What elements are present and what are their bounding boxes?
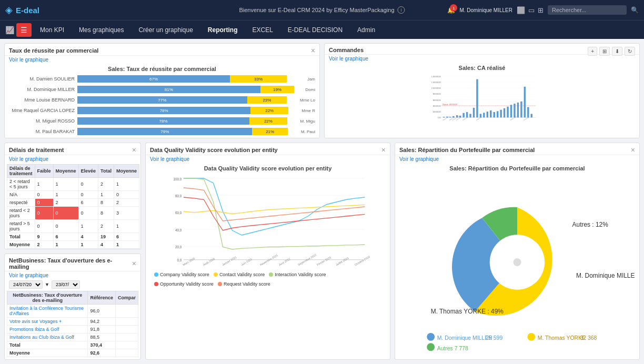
delais-table-container: Délais de traitement Faible Moyenne Elev… [5,163,140,249]
link-rep[interactable]: Voir le graphique [395,155,639,163]
svg-rect-41 [520,102,522,118]
window-icon[interactable]: ⬜ [517,6,525,14]
legend-request: Request Validity score [218,281,270,287]
panel-title-dq: Data Quality Validity score evolution pe… [150,147,278,153]
logo-icon: ◈ [5,4,13,16]
svg-text:Février 2023: Février 2023 [316,256,331,266]
col-header-total: Total [98,165,114,178]
svg-text:20,0: 20,0 [175,245,182,249]
svg-point-80 [427,333,435,341]
nav-item-reporting[interactable]: Reporting [202,23,244,37]
panel-header-taux: Taux de réussite par commercial × [5,44,319,56]
notification-count: 1 [450,4,457,12]
nav-item-admin[interactable]: Admin [351,23,381,37]
svg-rect-24 [462,113,464,118]
label-request: Request Validity score [224,281,270,287]
nav-item-creer[interactable]: Créer un graphique [132,23,199,37]
dot-company [154,272,158,277]
nav-item-kpi[interactable]: Mon KPI [34,23,71,37]
close-dq-button[interactable]: × [381,146,386,154]
topbar: ◈ E-deal Bienvenue sur E-Deal CRM 2024 b… [0,0,644,20]
svg-text:1 000 000,00: 1 000 000,00 [431,87,441,89]
panel-taux-reussite: Taux de réussite par commercial × Voir l… [4,43,320,138]
dq-legend: Company Validity score Contact Validity … [150,270,386,289]
label-company: Company Validity score [160,272,209,277]
link-net[interactable]: Voir le graphique [5,271,140,279]
panel-title-rep: Sales: Répartition du Portefeuille par c… [399,147,535,153]
svg-rect-44 [531,114,532,117]
notification-bell[interactable]: 🔔 1 [447,6,455,14]
add-button[interactable]: + [588,47,597,56]
table-row-total: Total 370,4 [7,341,138,349]
col-email-label: NetBusiness: Taux d'ouverture des e-mail… [7,291,88,304]
link-delais[interactable]: Voir le graphique [5,155,140,163]
bar-rows: M. Damien SOULIER 67% 33% Jam M. Dominiq… [9,74,315,138]
svg-text:Octobre 2024: Octobre 2024 [354,255,370,266]
bar-row: M. Damien SOULIER 67% 33% Jam [9,74,315,84]
svg-text:200 000,00: 200 000,00 [433,111,441,113]
svg-text:M. Dominique MILLER : 38%: M. Dominique MILLER : 38% [576,272,635,279]
search-input[interactable] [548,5,627,15]
col-header-moy: Moyenne [114,165,139,178]
svg-text:600 000,00: 600 000,00 [433,99,441,102]
nav-item-edeal[interactable]: E-DEAL DECISION [281,23,349,37]
svg-point-86 [427,343,435,351]
label-contact: Contact Validity score [219,272,265,277]
close-taux-button[interactable]: × [311,47,315,54]
bar-row: M. Pierrick RIVET 79% 21% M. Pier [9,137,315,138]
svg-text:Autres : 12%: Autres : 12% [572,221,609,228]
svg-text:400 000,00: 400 000,00 [433,105,441,107]
close-rep-button[interactable]: × [631,146,635,154]
top-icons: ⬜ ▭ ⊞ [517,6,544,14]
link-dq[interactable]: Voir le graphique [146,155,390,163]
panel-header-delais: Délais de traitement × [5,143,140,155]
svg-text:80,0: 80,0 [175,194,182,198]
search-icon[interactable]: 🔍 [631,6,639,14]
link-commandes[interactable]: Voir le graphique [325,55,639,63]
monitor-icon[interactable]: ▭ [528,6,535,14]
panel-commandes: + ⊞ ⬇ ↻ Commandes Voir le graphique Sale… [324,43,640,138]
col-header-label: Délais de traitement [7,165,35,178]
svg-text:Novembre 2021: Novembre 2021 [259,254,278,266]
svg-text:Avril 2022: Avril 2022 [278,257,291,266]
panel-header-rep: Sales: Répartition du Portefeuille par c… [395,143,639,155]
svg-rect-28 [476,79,478,118]
panel-header-dq: Data Quality Validity score evolution pe… [146,143,390,155]
col-header-moyenne: Moyenne [53,165,78,178]
date-to-select[interactable]: 23/07/ [52,280,80,289]
bar-row: M. Paul BARAKAT 79% 21% M. Paul [9,127,315,136]
svg-text:Mars 2020: Mars 2020 [182,257,195,266]
col-header-elevee: Elevée [78,165,98,178]
donut-svg: Autres : 12% M. Dominique MILLER : 38% M… [399,174,635,351]
svg-point-83 [527,333,535,341]
grid-icon[interactable]: ⊞ [538,6,544,14]
svg-rect-40 [517,103,519,117]
table-row-moyenne: Moyenne 21 141 [7,241,139,249]
info-icon[interactable]: i [398,6,405,14]
panel-delais: Délais de traitement × Voir le graphique… [4,143,141,249]
svg-text:Autres  7 778: Autres 7 778 [437,346,468,351]
legend-interaction: Interaction Validity score [269,272,326,277]
svg-text:100,0: 100,0 [173,177,182,181]
close-net-button[interactable]: × [132,260,136,267]
refresh-button[interactable]: ↻ [625,47,635,56]
svg-point-76 [514,258,521,266]
panel-header-net: NetBusiness: Taux d'ouverture des e-mail… [5,254,140,271]
svg-text:40,0: 40,0 [175,228,182,232]
dq-chart-title: Data Quality Validity score evolution pe… [150,165,386,171]
hamburger-button[interactable]: ☰ [16,23,32,37]
link-taux[interactable]: Voir le graphique [5,56,319,64]
nav-item-graphiques[interactable]: Mes graphiques [73,23,130,37]
topbar-center-text: Bienvenue sur E-Deal CRM 2024 by Efficy … [239,6,405,14]
view-button[interactable]: ⊞ [599,47,610,56]
download-button[interactable]: ⬇ [612,47,622,56]
table-row: Votre avis sur Voyages + 94,2 [7,317,138,325]
date-from-select[interactable]: 24/07/20 [9,280,43,289]
panel-title-commandes: Commandes [329,47,364,53]
rep-chart-title: Sales: Répartition du Portefeuille par c… [399,165,635,171]
net-table: NetBusiness: Taux d'ouverture des e-mail… [7,291,138,357]
bar-row: M. Miguel ROSSO 78% 22% M. Migu [9,116,315,126]
close-delais-button[interactable]: × [132,146,136,154]
nav-item-excel[interactable]: EXCEL [246,23,279,37]
svg-text:32 368: 32 368 [580,335,597,341]
